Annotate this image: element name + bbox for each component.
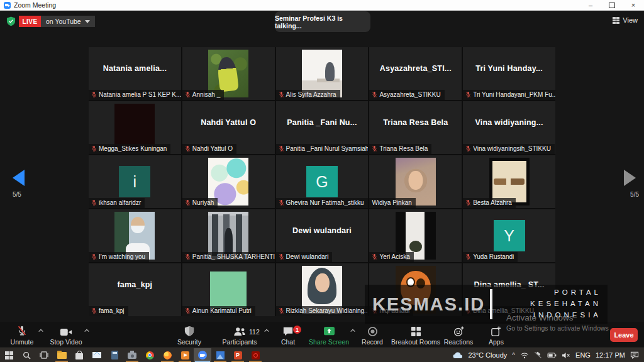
task-view-button[interactable]	[35, 348, 53, 362]
participant-tile[interactable]: Widiya Pinkan	[369, 155, 462, 208]
taskbar-file-explorer[interactable]	[53, 348, 70, 362]
previous-page-control[interactable]: 5/5	[11, 170, 36, 198]
participant-avatar: G	[306, 166, 338, 197]
pen-disabled-icon[interactable]	[534, 351, 542, 359]
participant-display-name: Dewi wulandari	[277, 226, 367, 235]
stop-video-options-caret[interactable]	[84, 328, 90, 333]
weather-text[interactable]: 23°C Cloudy	[468, 351, 507, 359]
muted-mic-icon	[279, 91, 284, 98]
participant-name-label: Widiya Pinkan	[369, 198, 415, 208]
participant-display-name: Natania amelia...	[90, 64, 180, 73]
muted-mic-icon	[91, 91, 97, 98]
muted-mic-icon	[185, 145, 191, 152]
participant-name-label: Rizkiah Sekarayu Widianing...	[276, 306, 369, 316]
taskbar-firefox[interactable]	[158, 348, 176, 362]
taskbar-microsoft-store[interactable]	[70, 348, 88, 362]
participant-tile[interactable]: Nuriyah	[182, 155, 275, 208]
leave-button[interactable]: Leave	[610, 328, 638, 342]
participant-name-text: Megga_Stikes Kuningan	[99, 145, 167, 152]
encryption-shield-icon[interactable]	[6, 16, 16, 26]
powerpoint-icon: P	[234, 351, 242, 359]
battery-icon[interactable]	[547, 353, 557, 358]
participant-tile[interactable]: fama_kpj fama_kpj	[89, 263, 181, 316]
participant-name-label: Nuriyah	[182, 198, 218, 208]
participant-tile[interactable]: i ikhsan alfaridzr	[89, 155, 181, 208]
close-button[interactable]: ×	[623, 0, 644, 10]
shield-icon	[184, 326, 194, 337]
taskbar-mail[interactable]	[88, 348, 106, 362]
participant-tile[interactable]: Yeri Aciska	[369, 209, 462, 262]
participant-tile[interactable]: Dewi wulandari Dewi wulandari	[276, 209, 369, 262]
taskbar-powerpoint[interactable]: P	[229, 348, 247, 362]
taskbar-acrobat[interactable]	[247, 348, 264, 362]
participant-tile[interactable]: Ainun Karimatul Putri	[182, 263, 275, 316]
taskbar-camera[interactable]	[123, 348, 141, 362]
windows-taskbar: P 23°C Cloudy ^	[0, 348, 644, 362]
taskbar-media-player[interactable]	[176, 348, 194, 362]
participant-name-text: Tri Yuni Handayani_PKM Fu...	[473, 91, 555, 98]
wifi-icon[interactable]	[520, 352, 529, 359]
participant-display-name: Asyazahreta_STI...	[370, 64, 460, 73]
muted-mic-icon	[185, 307, 191, 314]
security-button[interactable]: Security	[161, 324, 218, 346]
participant-avatar: i	[119, 166, 150, 197]
participant-tile[interactable]: I'm watching you	[89, 209, 181, 262]
participant-tile[interactable]: Panitia_ SHUSKA TARHENTI...	[182, 209, 275, 262]
taskbar-photos[interactable]	[211, 348, 229, 362]
participant-tile[interactable]: Tri Yuni Handay... Tri Yuni Handayani_PK…	[463, 47, 555, 100]
participant-tile[interactable]: Asyazahreta_STI... Asyazahreta_STIKKU	[369, 47, 462, 100]
participant-name-label: ikhsan alfaridzr	[89, 198, 145, 208]
weather-cloud-icon[interactable]	[453, 352, 463, 359]
chevron-down-icon	[85, 20, 90, 23]
action-center-icon[interactable]	[630, 351, 639, 359]
participant-tile[interactable]: Annisah _	[182, 47, 275, 100]
taskbar-chrome[interactable]	[141, 348, 158, 362]
muted-mic-icon	[91, 199, 97, 206]
language-indicator[interactable]: ENG	[575, 351, 591, 359]
participant-name-label: Annisah _	[182, 90, 224, 100]
arrow-left-icon	[13, 170, 25, 186]
speaker-muted-icon[interactable]	[562, 352, 570, 359]
kesmas-brand-text: KESMAS.ID	[372, 294, 485, 315]
start-button[interactable]	[0, 348, 18, 362]
participant-tile[interactable]: G Ghevira Nur Fatimah_stikku	[276, 155, 369, 208]
participant-tile[interactable]: Alis Syifa Azzahra	[276, 47, 369, 100]
stream-target-dropdown[interactable]: on YouTube	[41, 16, 95, 27]
participant-name-label: Besta Alzahra	[463, 198, 516, 208]
windows-logo-icon	[5, 351, 13, 359]
participant-name-label: Ainun Karimatul Putri	[182, 306, 255, 316]
minimize-button[interactable]: –	[580, 0, 601, 10]
view-button[interactable]: View	[613, 16, 638, 24]
muted-mic-icon	[465, 253, 471, 260]
participant-tile[interactable]: Vina widiyaning... Vina widiyaningsih_ST…	[463, 101, 555, 154]
participant-avatar	[210, 272, 247, 308]
taskbar-zoom-active[interactable]	[194, 348, 211, 362]
video-stage: 5/5 5/5 Natania amelia... Natania amelia…	[0, 35, 644, 322]
taskbar-calculator[interactable]	[106, 348, 123, 362]
participant-tile[interactable]: Natania amelia... Natania amelia P S1 KE…	[89, 47, 181, 100]
muted-mic-icon	[372, 145, 377, 152]
participant-name-text: Nahdi Yattul O	[192, 145, 233, 152]
grid-view-icon	[613, 17, 619, 24]
tray-overflow-caret[interactable]: ^	[512, 352, 515, 359]
next-page-control[interactable]: 5/5	[614, 170, 639, 198]
participant-name-text: Triana Resa Bela	[379, 145, 428, 152]
maximize-button[interactable]	[601, 0, 623, 10]
participant-tile[interactable]: Besta Alzahra	[463, 155, 555, 208]
participant-tile[interactable]: Y Yuda Rustandi	[463, 209, 555, 262]
taskbar-search-button[interactable]	[18, 348, 35, 362]
muted-mic-icon	[372, 253, 377, 260]
participant-name-text: Widiya Pinkan	[372, 199, 411, 206]
participant-name-label: fama_kpj	[89, 306, 128, 316]
acrobat-icon	[252, 351, 260, 359]
clock[interactable]: 12:17 PM	[596, 351, 625, 359]
apps-button[interactable]: Apps	[468, 324, 525, 346]
participant-tile[interactable]: Triana Resa Bela Triana Resa Bela	[369, 101, 462, 154]
participant-tile[interactable]: Panitia _Fani Nu... Panitia _Fani Nurul …	[276, 101, 369, 154]
participant-name-label: Panitia _Fani Nurul Syamsiah	[276, 144, 369, 154]
participant-tile[interactable]: Rizkiah Sekarayu Widianing...	[276, 263, 369, 316]
meeting-topbar: LIVE on YouTube Seminar Profesi K3 is ta…	[0, 11, 644, 35]
mic-muted-icon	[16, 325, 28, 337]
participant-tile[interactable]: Nahdi Yattul O Nahdi Yattul O	[182, 101, 275, 154]
participant-tile[interactable]: Megga_Stikes Kuningan	[89, 101, 181, 154]
